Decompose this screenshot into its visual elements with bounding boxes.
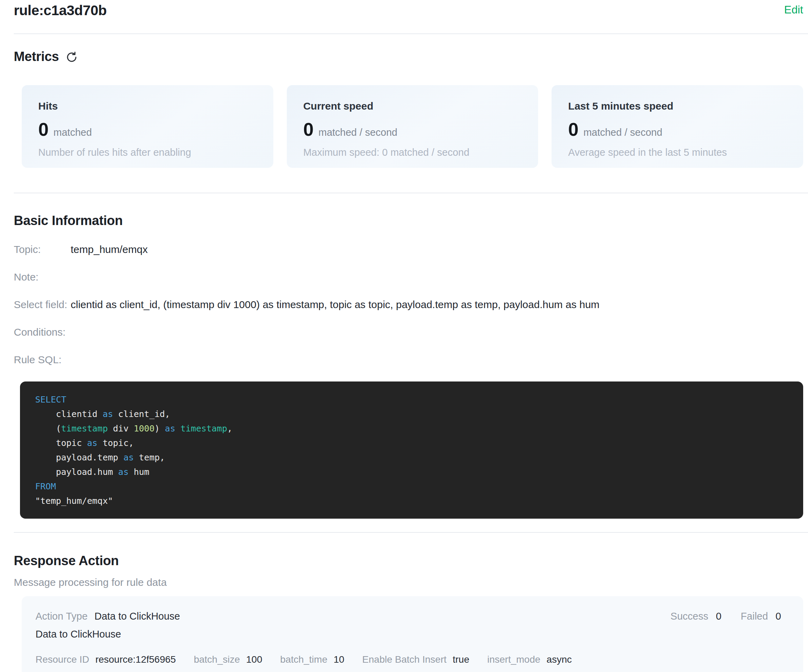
basic-information-heading: Basic Information [14,213,803,228]
action-type-label: Action Type [35,611,88,622]
action-name[interactable]: Data to ClickHouse [35,628,788,640]
action-detail-pair: sync_timeout5000 [678,670,763,672]
divider [14,532,808,533]
detail-label: batch_size [194,654,240,665]
response-action-heading: Response Action [14,553,803,569]
action-detail-pair: Enable Batch Inserttrue [362,654,469,665]
metric-card-title: Hits [38,100,257,112]
info-row-note: Note: [14,271,803,283]
failed-label: Failed [741,611,768,622]
metric-description: Maximum speed: 0 matched / second [303,147,522,158]
metric-value: 0 [303,120,314,139]
info-label: Rule SQL: [14,354,71,366]
rule-detail-page: rule:c1a3d70b Edit Metrics Hits 0 matche… [0,0,808,672]
info-value: clientid as client_id, (timestamp div 10… [71,299,599,310]
metric-value: 0 [568,120,578,139]
info-row-rule-sql: Rule SQL: [14,354,803,366]
page-title: rule:c1a3d70b [14,2,107,18]
metric-unit: matched / second [319,127,397,138]
action-detail-pair: insert_modeasync [487,654,571,665]
info-label: Note: [14,271,71,283]
action-counters: Success 0 Failed 0 [671,611,781,622]
action-detail-pair: SQL TemplateINSERT INTO temp_hum (client… [35,670,660,672]
metric-card-hits: Hits 0 matched Number of rules hits afte… [22,85,273,168]
success-value: 0 [716,611,721,622]
metric-card-last-5-minutes-speed: Last 5 minutes speed 0 matched / second … [551,85,803,168]
metric-card-title: Current speed [303,100,522,112]
metric-description: Number of rules hits after enabling [38,147,257,158]
detail-label: Enable Batch Insert [362,654,446,665]
info-row-topic: Topic: temp_hum/emqx [14,243,803,255]
metric-description: Average speed in the last 5 minutes [568,147,786,158]
action-type: Action Type Data to ClickHouse [35,611,180,622]
metric-cards-row: Hits 0 matched Number of rules hits afte… [22,85,803,168]
page-header: rule:c1a3d70b Edit [14,2,803,18]
action-detail-pair: batch_size100 [194,654,262,665]
detail-value: 5000 [741,670,763,672]
response-action-subtitle: Message processing for rule data [14,576,803,589]
rule-sql-code: SELECT clientid as client_id, (timestamp… [35,392,790,508]
detail-value: true [452,654,469,665]
action-detail-rows: Resource IDresource:12f56965batch_size10… [35,654,788,672]
detail-value: INSERT INTO temp_hum (client_id, timesta… [102,670,660,672]
detail-value: resource:12f56965 [95,654,176,665]
response-action-card: Action Type Data to ClickHouse Success 0… [22,596,803,672]
metrics-section-header: Metrics [14,48,803,65]
metric-unit: matched [53,127,92,138]
info-value: temp_hum/emqx [71,243,147,255]
metric-unit: matched / second [583,127,662,138]
detail-label: batch_time [280,654,327,665]
detail-value: async [547,654,572,665]
metric-card-title: Last 5 minutes speed [568,100,786,112]
metric-value-row: 0 matched / second [303,120,522,139]
detail-label: SQL Template [35,670,96,672]
metric-card-current-speed: Current speed 0 matched / second Maximum… [287,85,538,168]
action-detail-row: Resource IDresource:12f56965batch_size10… [35,654,788,665]
basic-information-rows: Topic: temp_hum/emqx Note: Select field:… [14,243,803,366]
info-row-select-field: Select field: clientid as client_id, (ti… [14,299,803,310]
info-label: Select field: [14,299,71,310]
metric-value-row: 0 matched / second [568,120,786,139]
metrics-heading: Metrics [14,48,59,65]
action-head-row: Action Type Data to ClickHouse Success 0… [35,611,788,622]
action-detail-row: SQL TemplateINSERT INTO temp_hum (client… [35,670,788,672]
rule-sql-block: SELECT clientid as client_id, (timestamp… [20,382,803,519]
metric-value: 0 [38,120,48,139]
info-row-conditions: Conditions: [14,326,803,338]
detail-label: insert_mode [487,654,540,665]
refresh-icon[interactable] [65,51,78,64]
metric-value-row: 0 matched [38,120,257,139]
divider [14,33,808,34]
action-type-value: Data to ClickHouse [94,611,180,622]
detail-label: Resource ID [35,654,89,665]
failed-value: 0 [776,611,781,622]
divider [14,193,808,193]
info-label: Conditions: [14,326,71,338]
action-detail-pair: Resource IDresource:12f56965 [35,654,176,665]
success-label: Success [671,611,708,622]
detail-value: 10 [334,654,344,665]
detail-value: 100 [246,654,262,665]
info-label: Topic: [14,243,71,255]
detail-label: sync_timeout [678,670,735,672]
success-counter: Success 0 [671,611,721,622]
action-detail-pair: batch_time10 [280,654,344,665]
failed-counter: Failed 0 [741,611,781,622]
edit-link[interactable]: Edit [784,3,803,17]
